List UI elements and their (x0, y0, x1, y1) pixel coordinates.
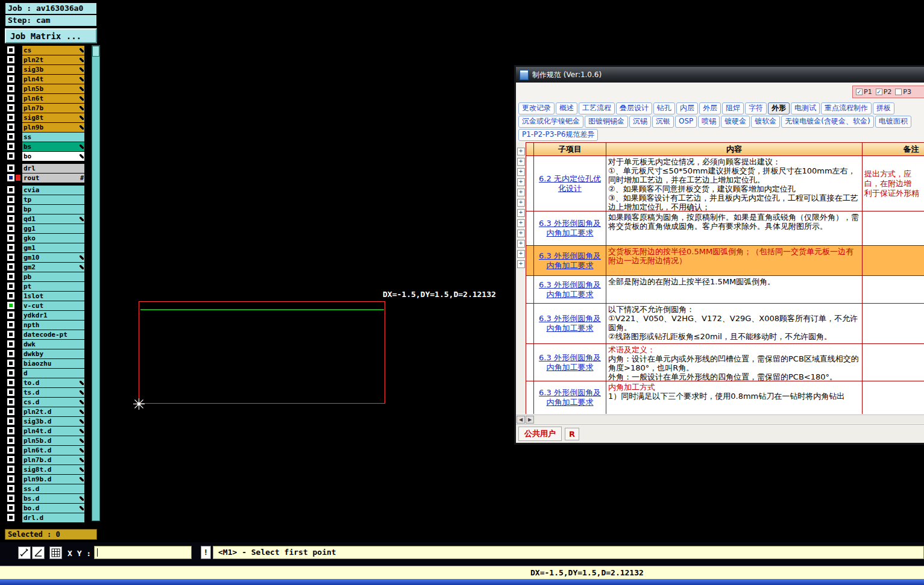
layer-name-label[interactable]: cs.d (22, 398, 84, 407)
layer-visibility-checkbox[interactable] (7, 427, 14, 434)
tree-expand-icon[interactable]: + (517, 199, 525, 207)
spec-tab[interactable]: 字符 (745, 102, 767, 114)
layer-row[interactable]: pln7b.d (5, 455, 90, 465)
layer-row[interactable]: ydkdr1 (5, 310, 90, 320)
layer-row[interactable]: pln7b (5, 103, 90, 113)
layer-row[interactable]: pln9b.d (5, 474, 90, 484)
layer-name-label[interactable]: bp (22, 205, 84, 214)
layer-visibility-checkbox[interactable] (7, 244, 14, 251)
layer-row[interactable]: pln6t (5, 93, 90, 103)
layer-name-label[interactable]: pln9b (22, 123, 84, 132)
layer-name-label[interactable]: pln5b (22, 84, 84, 93)
r-button[interactable]: R (565, 428, 579, 440)
layer-visibility-checkbox[interactable] (7, 174, 14, 181)
spec-tab[interactable]: 外形 (768, 102, 790, 114)
checkbox-icon[interactable]: ✓ (876, 89, 882, 95)
layer-visibility-checkbox[interactable] (7, 215, 14, 222)
layer-name-label[interactable]: bo.d (22, 504, 84, 513)
layer-row[interactable]: pln5b (5, 84, 90, 93)
layer-visibility-checkbox[interactable] (7, 225, 14, 232)
spec-tab[interactable]: 叠层设计 (616, 102, 652, 114)
page-checkbox[interactable]: P3 (895, 88, 911, 96)
layer-visibility-checkbox[interactable] (7, 254, 14, 261)
layer-name-label[interactable]: drl (22, 164, 84, 173)
layer-row[interactable]: biaozhu (5, 358, 90, 368)
layer-name-label[interactable]: sig3b.d (22, 417, 84, 426)
layer-name-label[interactable]: bs.d (22, 494, 84, 503)
layer-visibility-checkbox[interactable] (7, 389, 14, 396)
layer-visibility-checkbox[interactable] (7, 514, 14, 521)
layer-visibility-checkbox[interactable] (7, 152, 14, 160)
tree-expand-icon[interactable]: + (517, 209, 525, 217)
layer-name-label[interactable]: pln6t.d (22, 446, 84, 455)
spec-tab[interactable]: 电测试 (791, 102, 820, 114)
spec-table-row[interactable]: 6.2 无内定位孔优化设计 对于单元板无内定位情况，必须向顾客提出建议： ①、单… (526, 156, 924, 211)
alert-button[interactable]: ! (201, 546, 211, 559)
spec-tab[interactable]: 更改记录 (518, 102, 555, 114)
layer-visibility-checkbox[interactable] (7, 408, 14, 415)
layer-visibility-checkbox[interactable] (7, 475, 14, 483)
layer-name-label[interactable]: cs (22, 46, 84, 55)
layer-name-label[interactable]: dwkby (22, 349, 84, 358)
coordinate-input[interactable] (94, 546, 192, 559)
layer-name-label[interactable]: bs (22, 142, 84, 151)
layer-name-label[interactable]: gm10 (22, 253, 84, 262)
scroll-right-arrow-icon[interactable]: ▶ (526, 416, 534, 424)
scrollbar-thumb[interactable] (92, 46, 99, 57)
layer-visibility-checkbox[interactable] (7, 437, 14, 444)
layer-visibility-checkbox[interactable] (7, 302, 14, 309)
layer-row[interactable]: dwkby (5, 349, 90, 358)
layer-row[interactable]: bo (5, 151, 90, 161)
layer-name-label[interactable]: d (22, 369, 84, 378)
layer-row[interactable]: sig8t.d (5, 465, 90, 474)
layer-row[interactable]: d (5, 368, 90, 378)
layer-row[interactable]: datecode-pt (5, 330, 90, 339)
layer-row[interactable]: bs.d (5, 493, 90, 503)
layer-visibility-checkbox[interactable] (7, 504, 14, 511)
layer-row[interactable]: pln6t.d (5, 445, 90, 455)
layer-name-label[interactable]: 1slot (22, 292, 84, 301)
layer-row[interactable]: drl.d (5, 513, 90, 522)
spec-table-row[interactable]: 6.3 外形倒圆角及内角加工要求 交货板无附边的按半径0.5MM圆弧倒角；（包括… (526, 246, 924, 276)
layer-visibility-checkbox[interactable] (7, 196, 14, 203)
layer-row[interactable]: pln9b (5, 122, 90, 132)
layer-visibility-checkbox[interactable] (7, 340, 14, 348)
layer-visibility-checkbox[interactable] (7, 456, 14, 463)
layer-row[interactable]: pln2t.d (5, 407, 90, 416)
job-matrix-button[interactable]: Job Matrix ... (5, 28, 97, 43)
layer-name-label[interactable]: gm2 (22, 263, 84, 272)
layer-row[interactable]: ts.d (5, 387, 90, 397)
layer-row[interactable]: bs (5, 142, 90, 151)
layer-name-label[interactable]: datecode-pt (22, 330, 84, 339)
layer-row[interactable]: 1slot (5, 291, 90, 301)
layer-visibility-checkbox[interactable] (7, 418, 14, 425)
layer-name-label[interactable]: biaozhu (22, 359, 84, 368)
layer-name-label[interactable]: pt (22, 282, 84, 291)
layer-row[interactable]: gko (5, 233, 90, 243)
layer-visibility-checkbox[interactable] (7, 95, 14, 102)
layer-name-label[interactable]: sig8t.d (22, 465, 84, 474)
layer-row[interactable]: cs.d (5, 397, 90, 407)
spec-tab[interactable]: 沉银 (652, 116, 674, 128)
spec-tab[interactable]: 镀硬金 (721, 116, 750, 128)
spec-tab[interactable]: 喷锡 (698, 116, 720, 128)
layer-row[interactable]: pb (5, 272, 90, 281)
layer-visibility-checkbox[interactable] (7, 398, 14, 405)
spec-tab[interactable]: 内层 (676, 102, 698, 114)
layer-row[interactable]: sig3b (5, 64, 90, 74)
layer-visibility-checkbox[interactable] (7, 350, 14, 357)
layer-row[interactable]: pln4t.d (5, 426, 90, 436)
layer-name-label[interactable]: drl.d (22, 513, 84, 522)
tree-expand-icon[interactable]: + (517, 158, 525, 166)
layer-name-label[interactable]: pb (22, 272, 84, 281)
layer-name-label[interactable]: pln6t (22, 94, 84, 103)
layer-visibility-checkbox[interactable] (7, 360, 14, 367)
layer-row[interactable]: gm2 (5, 262, 90, 272)
public-user-button[interactable]: 公共用户 (518, 427, 562, 441)
tree-expand-icon[interactable]: + (517, 189, 525, 196)
layer-row[interactable]: bo.d (5, 503, 90, 513)
layer-name-label[interactable]: bo (22, 152, 84, 161)
grid-snap-icon[interactable] (49, 546, 62, 559)
layer-name-label[interactable]: pln9b.d (22, 475, 84, 484)
checkbox-icon[interactable] (895, 89, 902, 95)
